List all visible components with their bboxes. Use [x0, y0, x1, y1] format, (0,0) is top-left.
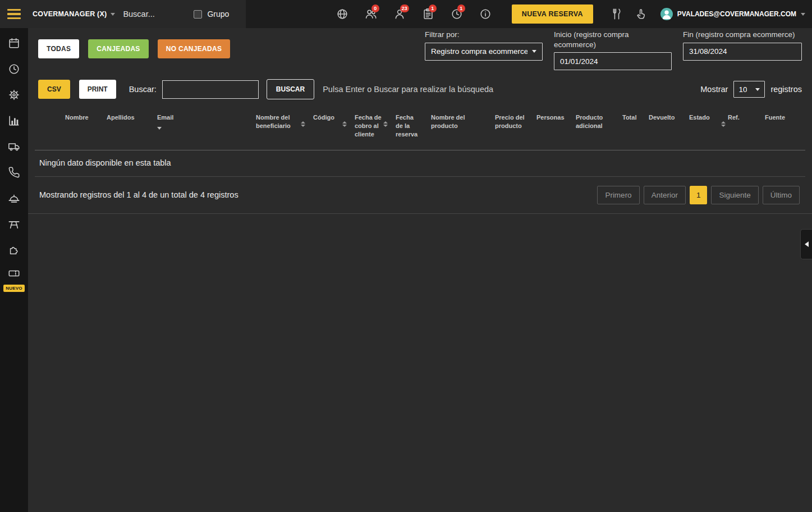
column-header-ref[interactable]: Ref. [720, 107, 760, 150]
column-header-devuelto[interactable]: Devuelto [644, 107, 685, 150]
group-checkbox[interactable] [194, 10, 202, 19]
end-date-label: Fin (registro compra ecommerce) [683, 30, 802, 40]
column-header-fecha-reserva[interactable]: Fecha de la reserva [391, 107, 426, 150]
pagination-first-button[interactable]: Primero [597, 186, 639, 204]
column-header-email[interactable]: Email [153, 107, 251, 150]
search-hint: Pulsa Enter o Buscar para realizar la bú… [323, 85, 493, 94]
sort-desc-icon[interactable] [157, 127, 162, 130]
side-panel-toggle[interactable] [800, 229, 812, 259]
pagination-last-button[interactable]: Último [763, 186, 800, 204]
clock-icon[interactable]: 1 [451, 8, 463, 20]
globe-icon[interactable] [336, 8, 348, 20]
truck-icon [8, 140, 20, 153]
csv-export-button[interactable]: CSV [38, 80, 70, 99]
clock-icon [8, 63, 20, 75]
account-menu[interactable]: PVALADES@COVERMANAGER.COM [660, 8, 805, 20]
start-date-input[interactable] [554, 52, 672, 70]
cutlery-icon[interactable] [610, 8, 622, 20]
brand-name: COVERMANAGER (X) [33, 10, 107, 18]
sidebar-item-delivery[interactable] [0, 134, 28, 159]
sidebar-item-tickets[interactable] [0, 263, 28, 284]
tab-no-canjeadas[interactable]: NO CANJEADAS [158, 39, 231, 58]
page-size-value: 10 [738, 85, 747, 94]
sidebar-item-tables[interactable] [0, 211, 28, 237]
chevron-down-icon [111, 13, 115, 16]
group-checkbox-label[interactable]: Grupo [194, 10, 229, 19]
pagination-previous-button[interactable]: Anterior [644, 186, 686, 204]
filters-row: TODAS CANJEADAS NO CANJEADAS Filtrar por… [28, 28, 812, 70]
show-label: Mostrar [700, 85, 728, 94]
main-content: TODAS CANJEADAS NO CANJEADAS Filtrar por… [28, 28, 812, 512]
search-label: Buscar: [129, 85, 157, 94]
records-label: registros [770, 85, 802, 94]
sidebar-item-integrations[interactable] [0, 237, 28, 263]
end-date-field: Fin (registro compra ecommerce) [683, 30, 802, 61]
column-header-nombre[interactable]: Nombre [35, 107, 102, 150]
group-label: Grupo [207, 10, 229, 19]
nuevo-badge: NUEVO [3, 285, 24, 292]
bar-chart-icon [8, 115, 20, 127]
sidebar-item-reports[interactable] [0, 108, 28, 134]
menu-toggle-button[interactable] [0, 0, 28, 28]
notification-badge: 1 [429, 4, 437, 12]
column-header-apellidos[interactable]: Apellidos [102, 107, 153, 150]
topbar: COVERMANAGER (X) Grupo 0 23 1 1 [0, 0, 812, 28]
chevron-left-icon [802, 241, 809, 247]
clipboard-icon[interactable]: 1 [422, 8, 434, 20]
sidebar-item-service-bell[interactable] [0, 185, 28, 211]
sidebar-item-settings[interactable] [0, 82, 28, 108]
column-header-fecha-cobro[interactable]: Fecha de cobro al cliente [350, 107, 391, 150]
filter-by-label: Filtrar por: [425, 30, 543, 40]
info-icon[interactable] [479, 8, 492, 20]
search-button[interactable]: BUSCAR [267, 79, 314, 99]
column-header-fuente[interactable]: Fuente [760, 107, 805, 150]
column-header-total[interactable]: Total [618, 107, 644, 150]
table-footer: Mostrando registros del 1 al 4 de un tot… [28, 177, 812, 213]
column-header-beneficiario[interactable]: Nombre del beneficiario [251, 107, 309, 150]
print-button[interactable]: PRINT [79, 80, 116, 99]
empty-state-message: Ningún dato disponible en esta tabla [35, 150, 805, 176]
column-header-personas[interactable]: Personas [532, 107, 571, 150]
table-search-input[interactable] [162, 80, 259, 99]
sidebar-item-calendar[interactable] [0, 30, 28, 56]
column-header-precio-producto[interactable]: Precio del producto [490, 107, 532, 150]
calendar-icon [8, 37, 20, 49]
empty-state-row: Ningún dato disponible en esta tabla [35, 150, 805, 176]
sort-icon[interactable] [721, 121, 726, 127]
new-reservation-button[interactable]: NUEVA RESERVA [512, 4, 593, 24]
chevron-down-icon [532, 50, 536, 53]
hand-pointer-icon[interactable] [635, 8, 647, 20]
avatar [660, 8, 673, 20]
sidebar-item-phone[interactable] [0, 159, 28, 185]
sort-icon[interactable] [342, 121, 347, 127]
user-icon[interactable]: 23 [393, 8, 406, 20]
pagination-page-1-button[interactable]: 1 [690, 186, 708, 204]
gear-icon [8, 89, 20, 101]
column-header-producto-adicional[interactable]: Producto adicional [571, 107, 618, 150]
notification-badge: 23 [400, 4, 409, 12]
users-icon[interactable]: 0 [365, 8, 377, 20]
pagination-next-button[interactable]: Siguiente [711, 186, 758, 204]
end-date-input[interactable] [683, 43, 802, 61]
tab-canjeadas[interactable]: CANJEADAS [88, 39, 148, 58]
page-size-select[interactable]: 10 [733, 81, 765, 98]
filter-by-field: Filtrar por: Registro compra ecommerce [425, 30, 543, 61]
tab-todas[interactable]: TODAS [38, 39, 79, 58]
notification-badge: 0 [371, 4, 379, 12]
filter-by-selected-value: Registro compra ecommerce [431, 47, 527, 56]
notification-badge: 1 [457, 4, 465, 12]
pagination: Primero Anterior 1 Siguiente Último [597, 186, 800, 204]
sort-icon[interactable] [383, 121, 388, 127]
start-date-field: Inicio (registro compra ecommerce) [554, 30, 672, 70]
sidebar-item-clock[interactable] [0, 56, 28, 82]
status-tabs: TODAS CANJEADAS NO CANJEADAS [38, 39, 230, 58]
bell-icon [8, 192, 20, 204]
global-search-input[interactable] [123, 10, 189, 19]
column-header-estado[interactable]: Estado [685, 107, 720, 150]
brand-selector[interactable]: COVERMANAGER (X) [33, 10, 115, 18]
filter-by-select[interactable]: Registro compra ecommerce [425, 43, 543, 61]
column-header-nombre-producto[interactable]: Nombre del producto [426, 107, 490, 150]
column-header-codigo[interactable]: Código [309, 107, 350, 150]
sort-icon[interactable] [301, 121, 305, 127]
table-icon [8, 218, 20, 230]
